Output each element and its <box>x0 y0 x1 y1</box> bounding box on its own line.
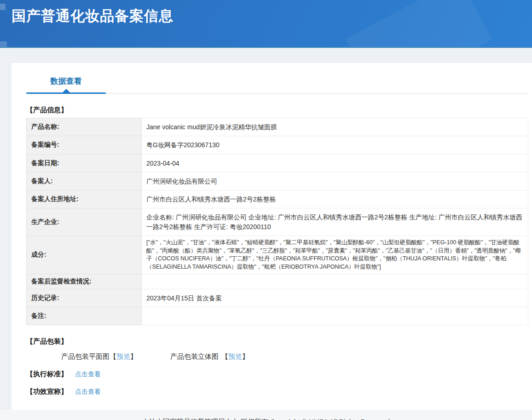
row-label: 备案人: <box>27 172 142 190</box>
row-value: ["水"，"火山泥"，"甘油"，"液体石蜡"，"鲸蜡硬脂醇"，"聚二甲基硅氧烷"… <box>142 236 528 274</box>
efficacy-claim-row: 【功效宣称】 点击查看 <box>26 387 528 396</box>
exec-standard-title: 【执行标准】 <box>26 370 68 379</box>
row-value: 2023年04月15日 首次备案 <box>142 289 528 307</box>
bracket-open: 【 <box>110 352 116 361</box>
package-flat-image-label: 产品包装平面图 <box>61 352 110 361</box>
table-row-remarks: 备注: <box>27 307 528 325</box>
page-header: 国产普通化妆品备案信息 <box>0 0 532 48</box>
tab-data-view[interactable]: 数据查看 <box>26 76 106 94</box>
row-value <box>142 307 528 325</box>
header-decoration-streak <box>346 0 492 48</box>
row-value: 广州润研化妆品有限公司 <box>142 172 528 190</box>
row-label: 成分: <box>27 236 142 274</box>
exec-standard-row: 【执行标准】 点击查看 <box>26 370 528 379</box>
row-label: 历史记录: <box>27 289 142 307</box>
efficacy-claim-title: 【功效宣称】 <box>26 387 68 396</box>
table-row-manufacturer: 生产企业: 企业名称: 广州润研化妆品有限公司 企业地址: 广州市白云区人和镇秀… <box>27 208 528 236</box>
bracket-open: 【 <box>221 352 228 361</box>
table-row-registration-date: 备案日期: 2023-04-04 <box>27 154 528 172</box>
row-label: 备案人住所地址: <box>27 190 142 208</box>
package-flat-image-item: 产品包装平面图 【预览】 <box>61 352 137 361</box>
row-label: 备注: <box>27 307 142 325</box>
exec-standard-link[interactable]: 点击查看 <box>75 370 101 379</box>
row-value: 粤G妆网备字2023067130 <box>142 136 528 154</box>
table-row-registrant: 备案人: 广州润研化妆品有限公司 <box>27 172 528 190</box>
bracket-close: 】 <box>130 352 137 361</box>
table-row-history: 历史记录: 2023年04月15日 首次备案 <box>27 289 528 307</box>
row-value <box>142 274 528 289</box>
page-footer: 本站由国家药品监督管理局主办 版权所有 Copyright © NMPA All… <box>0 410 532 420</box>
header-decoration-square-top <box>0 4 6 10</box>
row-value: 企业名称: 广州润研化妆品有限公司 企业地址: 广州市白云区人和镇秀水塘西一路2… <box>142 208 528 236</box>
row-value: 2023-04-04 <box>142 154 528 172</box>
row-value: 广州市白云区人和镇秀水塘西一路2号2栋整栋 <box>142 190 528 208</box>
content-card: 数据查看 【产品信息】 产品名称: Jane volcanic mud妍泥冷泉冰… <box>12 63 532 410</box>
table-row-registrant-address: 备案人住所地址: 广州市白云区人和镇秀水塘西一路2号2栋整栋 <box>27 190 528 208</box>
row-label: 产品名称: <box>27 118 142 136</box>
table-row-supervision-status: 备案后监督检查情况: <box>27 274 528 289</box>
row-label: 备案日期: <box>27 154 142 172</box>
copyright-text: 本站由国家药品监督管理局主办 版权所有 Copyright © NMPA All… <box>142 418 390 420</box>
row-value: Jane volcanic mud妍泥冷泉冰泥精华抗皱面膜 <box>142 118 528 136</box>
table-row-registration-number: 备案编号: 粤G妆网备字2023067130 <box>27 136 528 154</box>
row-label: 备案后监督检查情况: <box>27 274 142 289</box>
package-stereo-image-item: 产品包装立体图 【预览】 <box>170 352 249 361</box>
tab-bar: 数据查看 <box>26 72 528 94</box>
package-stereo-preview-link[interactable]: 预览 <box>228 352 242 361</box>
table-row-product-name: 产品名称: Jane volcanic mud妍泥冷泉冰泥精华抗皱面膜 <box>27 118 528 136</box>
tab-data-view-label: 数据查看 <box>51 77 82 86</box>
tab-active-arrow-icon <box>63 89 70 92</box>
header-decoration-square-bottom <box>0 41 7 48</box>
tab-active-underline <box>26 92 106 94</box>
package-links-row: 产品包装平面图 【预览】 产品包装立体图 【预览】 <box>26 352 528 361</box>
product-info-table: 产品名称: Jane volcanic mud妍泥冷泉冰泥精华抗皱面膜 备案编号… <box>26 118 528 325</box>
bracket-close: 】 <box>242 352 249 361</box>
package-flat-preview-link[interactable]: 预览 <box>116 352 130 361</box>
page-title: 国产普通化妆品备案信息 <box>12 6 173 26</box>
row-label: 生产企业: <box>27 208 142 236</box>
table-row-ingredients: 成分: ["水"，"火山泥"，"甘油"，"液体石蜡"，"鲸蜡硬脂醇"，"聚二甲基… <box>27 236 528 274</box>
row-label: 备案编号: <box>27 136 142 154</box>
efficacy-claim-link[interactable]: 点击查看 <box>75 388 101 396</box>
product-info-section-title: 【产品信息】 <box>26 106 528 115</box>
product-package-section-title: 【产品包装】 <box>26 337 528 346</box>
package-stereo-image-label: 产品包装立体图 <box>170 352 219 361</box>
